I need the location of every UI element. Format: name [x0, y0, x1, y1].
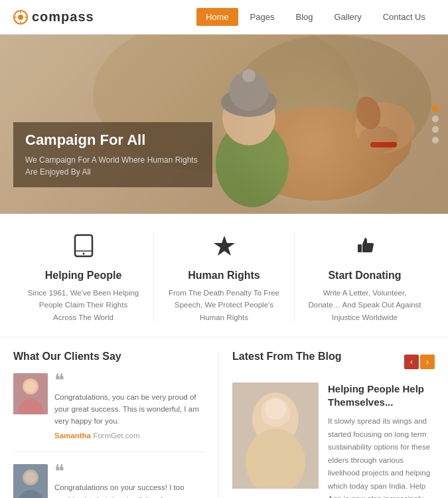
testimonial-1: ❝ Congratulations, you can be very proud… — [13, 373, 205, 452]
blog-prev-button[interactable]: ‹ — [404, 355, 419, 369]
svg-point-32 — [25, 471, 37, 483]
hero-dot-3[interactable] — [432, 126, 439, 133]
nav-blog[interactable]: Blog — [286, 8, 322, 26]
feature-title-3: Start Donating — [308, 270, 421, 282]
blog-next-button[interactable]: › — [420, 355, 435, 369]
avatar-jack — [13, 464, 48, 498]
blog-post-title: Helping People Help Themselves... — [328, 382, 435, 408]
author-name-1: Samantha — [54, 432, 91, 440]
logo-text: compass — [32, 9, 94, 25]
hero-dot-1[interactable] — [432, 105, 439, 112]
blog-navigation: ‹ › — [404, 355, 435, 369]
feature-title-2: Human Rights — [167, 270, 281, 282]
hero-title: Campaign For All — [25, 131, 200, 149]
svg-point-19 — [242, 69, 256, 82]
feature-helping-people: Helping People Since 1961, We've Been He… — [13, 234, 154, 323]
blog-post-image — [232, 382, 319, 489]
hero-caption: Campaign For All We Campaign For A World… — [13, 122, 212, 187]
hero-dot-2[interactable] — [432, 116, 439, 122]
svg-marker-23 — [214, 236, 235, 256]
feature-desc-3: Write A Letter, Volunteer, Donate… And S… — [308, 287, 421, 323]
header: compass Home Pages Blog Gallery Contact … — [0, 0, 448, 35]
main-nav: Home Pages Blog Gallery Contact Us — [196, 8, 435, 26]
testimonials-panel: What Our Clients Say ❝ Congratulations, … — [13, 351, 219, 498]
author-site-1b: FormGet.com — [93, 432, 139, 440]
quote-mark-1: ❝ — [54, 373, 205, 388]
svg-rect-24 — [358, 244, 362, 252]
svg-rect-14 — [370, 142, 397, 147]
hero-section: Campaign For All We Campaign For A World… — [0, 35, 448, 214]
features-section: Helping People Since 1961, We've Been He… — [0, 214, 448, 337]
avatar-samantha — [13, 373, 48, 414]
quote-mark-2: ❝ — [54, 464, 205, 479]
nav-gallery[interactable]: Gallery — [325, 8, 371, 26]
nav-pages[interactable]: Pages — [241, 8, 284, 26]
lower-section: What Our Clients Say ❝ Congratulations, … — [0, 337, 448, 498]
logo: compass — [13, 9, 94, 25]
star-icon — [167, 234, 281, 263]
logo-icon — [13, 10, 28, 25]
feature-desc-2: From The Death Penalty To Free Speech, W… — [167, 287, 281, 323]
feature-start-donating: Start Donating Write A Letter, Volunteer… — [295, 234, 435, 323]
svg-point-12 — [358, 126, 398, 153]
nav-contact[interactable]: Contact Us — [374, 8, 435, 26]
testimonial-1-author: Samantha FormGet.com — [54, 432, 205, 440]
feature-desc-1: Since 1961, We've Been Helping People Cl… — [27, 287, 140, 323]
nav-home[interactable]: Home — [196, 8, 238, 26]
hero-subtitle: We Campaign For A World Where Human Righ… — [25, 154, 200, 178]
svg-point-1 — [18, 15, 23, 20]
testimonial-2: ❝ Congratulations on your success! I too… — [13, 464, 205, 498]
blog-section-title: Latest From The Blog — [232, 351, 341, 363]
testimonial-2-text: Congratulations on your success! I too w… — [54, 481, 205, 498]
hero-background: Campaign For All We Campaign For A World… — [0, 35, 448, 214]
blog-post-text: It slowly spread its wings and started f… — [328, 415, 435, 498]
hero-dot-4[interactable] — [432, 137, 439, 143]
testimonial-1-text: Congratulations, you can be very proud o… — [54, 391, 205, 428]
feature-human-rights: Human Rights From The Death Penalty To F… — [154, 234, 295, 323]
tablet-icon — [27, 234, 140, 263]
blog-post: Helping People Help Themselves... It slo… — [232, 382, 435, 498]
svg-point-28 — [25, 380, 37, 392]
hero-dots — [432, 105, 439, 143]
thumbs-up-icon — [308, 234, 421, 263]
testimonial-1-content: ❝ Congratulations, you can be very proud… — [54, 373, 205, 440]
blog-header: Latest From The Blog ‹ › — [232, 351, 435, 373]
testimonial-2-content: ❝ Congratulations on your success! I too… — [54, 464, 205, 498]
feature-title-1: Helping People — [27, 270, 140, 282]
blog-post-content: Helping People Help Themselves... It slo… — [328, 382, 435, 498]
svg-point-37 — [265, 398, 286, 420]
blog-panel: Latest From The Blog ‹ › Helping People … — [232, 351, 435, 498]
testimonials-title: What Our Clients Say — [13, 351, 205, 363]
svg-point-21 — [82, 253, 84, 255]
